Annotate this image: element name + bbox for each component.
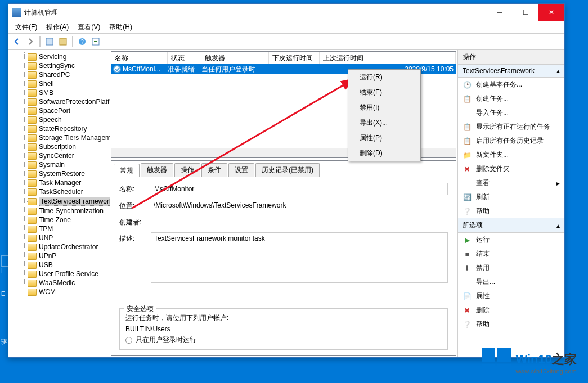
desc-value[interactable]: TextServicesFramework monitor task xyxy=(151,232,448,283)
tab-general[interactable]: 常规 xyxy=(114,164,140,177)
action-item[interactable]: 导出... xyxy=(458,275,564,289)
radio-icon[interactable] xyxy=(125,337,132,344)
action-item[interactable]: 查看▸ xyxy=(458,176,564,190)
collapse-icon[interactable]: ▴ xyxy=(556,222,560,229)
col-next[interactable]: 下次运行时间 xyxy=(269,52,320,64)
ctx-delete[interactable]: 删除(D) xyxy=(348,146,420,161)
toolbar-btn-3[interactable] xyxy=(89,35,102,48)
tree-item[interactable]: SMB xyxy=(8,88,110,97)
action-item[interactable]: 📋启用所有任务历史记录 xyxy=(458,134,564,148)
tree-item[interactable]: StateRepository xyxy=(8,124,110,133)
close-button[interactable]: ✕ xyxy=(538,4,564,21)
tree-item[interactable]: Servicing xyxy=(8,52,110,61)
tree-item[interactable]: Time Synchronization xyxy=(8,206,110,215)
back-button[interactable] xyxy=(11,35,23,48)
tree-item[interactable]: UpdateOrchestrator xyxy=(8,242,110,251)
forward-button[interactable] xyxy=(24,35,37,48)
col-trigger[interactable]: 触发器 xyxy=(201,52,269,64)
action-item[interactable]: ■结束 xyxy=(458,247,564,261)
tree-item[interactable]: USB xyxy=(8,260,110,269)
tree-item[interactable]: TextServicesFramework xyxy=(8,196,110,206)
action-item[interactable]: 🔄刷新 xyxy=(458,190,564,204)
detail-tabs: 常规 触发器 操作 条件 设置 历史记录(已禁用) xyxy=(111,161,456,177)
folder-icon xyxy=(28,289,37,296)
action-label: 删除 xyxy=(476,305,490,315)
ctx-export[interactable]: 导出(X)... xyxy=(348,115,420,130)
ctx-properties[interactable]: 属性(P) xyxy=(348,130,420,146)
action-item[interactable]: ❔帮助 xyxy=(458,204,564,218)
tree-item[interactable]: Sysmain xyxy=(8,160,110,169)
collapse-icon[interactable]: ▴ xyxy=(556,67,560,75)
tab-history[interactable]: 历史记录(已禁用) xyxy=(255,163,320,177)
menu-action[interactable]: 操作(A) xyxy=(42,21,73,33)
action-item[interactable]: ⬇禁用 xyxy=(458,261,564,275)
col-last[interactable]: 上次运行时间 xyxy=(320,52,456,64)
tree-item-label: UNP xyxy=(39,234,53,242)
menu-help[interactable]: 帮助(H) xyxy=(105,21,137,33)
tree-item[interactable]: Storage Tiers Management xyxy=(8,133,110,142)
tree-item[interactable]: SpacePort xyxy=(8,106,110,115)
action-item[interactable]: 📋显示所有正在运行的任务 xyxy=(458,120,564,134)
tree-item[interactable]: Speech xyxy=(8,115,110,124)
action-group-1[interactable]: TextServicesFramework▴ xyxy=(458,65,564,78)
action-label: 结束 xyxy=(476,249,490,259)
tree-item[interactable]: SoftwareProtectionPlatform xyxy=(8,97,110,106)
toolbar-btn-2[interactable] xyxy=(57,35,69,48)
titlebar[interactable]: 计算机管理 ─ ☐ ✕ xyxy=(8,4,564,21)
action-label: 删除文件夹 xyxy=(476,164,510,174)
tree-item[interactable]: WaaSMedic xyxy=(8,278,110,287)
help-icon[interactable]: ? xyxy=(76,35,88,48)
action-item[interactable]: 导入任务... xyxy=(458,106,564,120)
tree-panel[interactable]: ServicingSettingSyncSharedPCShellSMBSoft… xyxy=(8,50,110,357)
action-icon: ✖ xyxy=(463,306,472,315)
tree-item[interactable]: SharedPC xyxy=(8,70,110,79)
col-name[interactable]: 名称 xyxy=(111,52,168,64)
tree-item[interactable]: User Profile Service xyxy=(8,269,110,278)
action-icon: 📋 xyxy=(463,94,472,103)
action-item[interactable]: ❔帮助 xyxy=(458,317,564,331)
action-item[interactable]: 📋创建任务... xyxy=(458,92,564,106)
tree-item-label: TextServicesFramework xyxy=(39,197,110,206)
ctx-run[interactable]: 运行(R) xyxy=(348,70,420,85)
tree-item[interactable]: SystemRestore xyxy=(8,169,110,178)
menu-file[interactable]: 文件(F) xyxy=(11,21,42,33)
tree-item[interactable]: SyncCenter xyxy=(8,151,110,160)
action-item[interactable]: 📄属性 xyxy=(458,289,564,303)
name-value[interactable]: MsCtfMonitor xyxy=(151,183,448,195)
tree-item[interactable]: Subscription xyxy=(8,142,110,151)
action-item[interactable]: 🕒创建基本任务... xyxy=(458,78,564,92)
action-icon: ❔ xyxy=(463,207,472,216)
tree-item[interactable]: Shell xyxy=(8,79,110,88)
tree-item[interactable]: TPM xyxy=(8,224,110,233)
location-label: 位置: xyxy=(119,200,151,211)
folder-icon xyxy=(28,89,37,97)
action-item[interactable]: 📁新文件夹... xyxy=(458,148,564,162)
tree-item[interactable]: TaskScheduler xyxy=(8,187,110,196)
action-item[interactable]: ▶运行 xyxy=(458,233,564,247)
ctx-disable[interactable]: 禁用(I) xyxy=(348,100,420,115)
tab-actions[interactable]: 操作 xyxy=(174,163,200,177)
action-icon: ▶ xyxy=(463,236,472,245)
action-label: 显示所有正在运行的任务 xyxy=(476,122,550,132)
tab-settings[interactable]: 设置 xyxy=(228,163,254,177)
minimize-button[interactable]: ─ xyxy=(487,4,513,21)
maximize-button[interactable]: ☐ xyxy=(513,4,538,21)
action-group-2[interactable]: 所选项▴ xyxy=(458,218,564,233)
ctx-end[interactable]: 结束(E) xyxy=(348,85,420,100)
action-item[interactable]: ✖删除 xyxy=(458,303,564,317)
action-icon xyxy=(463,179,472,188)
tab-triggers[interactable]: 触发器 xyxy=(141,163,173,177)
tree-item[interactable]: UNP xyxy=(8,233,110,242)
tab-conditions[interactable]: 条件 xyxy=(201,163,227,177)
tree-item[interactable]: SettingSync xyxy=(8,61,110,70)
toolbar-btn-1[interactable] xyxy=(43,35,56,48)
tree-item-label: SettingSync xyxy=(39,62,75,70)
tree-item[interactable]: WCM xyxy=(8,287,110,296)
col-state[interactable]: 状态 xyxy=(168,52,201,64)
tree-item[interactable]: Task Manager xyxy=(8,178,110,187)
tree-item-label: Servicing xyxy=(39,53,66,61)
tree-item[interactable]: Time Zone xyxy=(8,215,110,224)
menu-view[interactable]: 查看(V) xyxy=(73,21,105,33)
action-item[interactable]: ✖删除文件夹 xyxy=(458,162,564,176)
tree-item[interactable]: UPnP xyxy=(8,251,110,260)
